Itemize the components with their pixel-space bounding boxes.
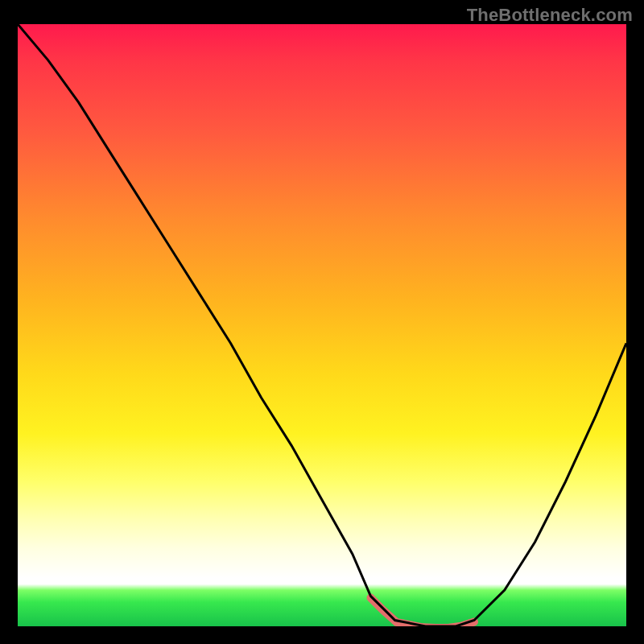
gradient-panel <box>18 24 626 626</box>
curve-svg <box>18 24 626 626</box>
watermark-text: TheBottleneck.com <box>467 5 633 26</box>
chart-stage: TheBottleneck.com <box>0 0 644 644</box>
bottleneck-curve-line <box>18 24 626 626</box>
